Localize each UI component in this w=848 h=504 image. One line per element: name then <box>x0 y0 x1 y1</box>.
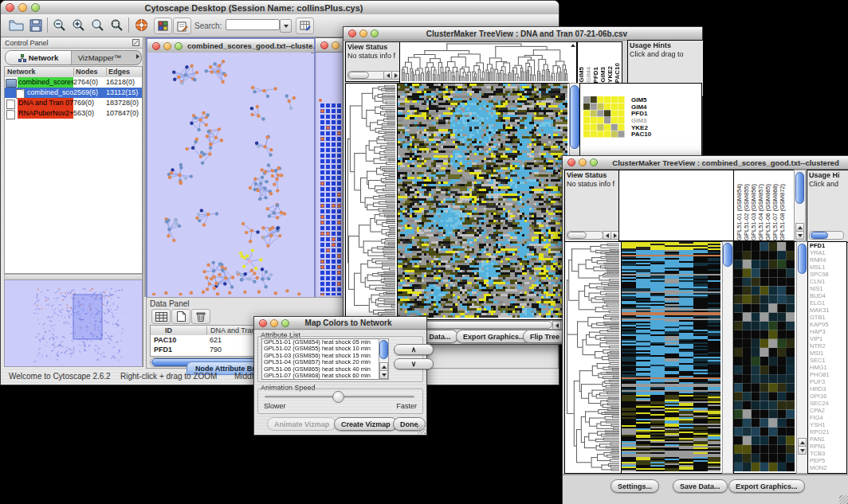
network-list-row[interactable]: RNAPuberNov2+563(0)107847(0) <box>5 108 142 119</box>
help-button[interactable] <box>132 18 150 33</box>
new-attribute-button[interactable] <box>171 309 190 324</box>
gene-label[interactable]: MSI1 <box>808 350 846 357</box>
table-import-button[interactable] <box>296 18 314 34</box>
vizmap-button[interactable] <box>154 18 172 34</box>
network-overview-canvas[interactable] <box>4 279 143 367</box>
tv2-zoom-vscroll[interactable] <box>796 241 808 474</box>
scroll-thumb[interactable] <box>348 72 369 79</box>
gene-label[interactable]: MSL1 <box>808 264 846 271</box>
column-label[interactable]: GIM5 <box>578 42 585 83</box>
tv1-zoom-matrix-canvas[interactable] <box>583 96 625 138</box>
tv2-labels-vscroll[interactable] <box>794 170 806 241</box>
animate-vizmap-button[interactable]: Animate Vizmap <box>267 417 336 431</box>
scroll-thumb[interactable] <box>415 321 552 329</box>
gene-label[interactable]: MON2 <box>808 464 846 471</box>
gene-label[interactable]: PAN1 <box>808 436 846 443</box>
column-label[interactable]: GPL51-01 (GSM854) <box>736 170 743 240</box>
column-label[interactable]: GPL51-07 (GSM868) <box>771 170 779 240</box>
scroll-thumb[interactable] <box>570 85 579 149</box>
tv1-heatmap[interactable] <box>397 83 570 320</box>
resize-grip[interactable] <box>417 425 426 434</box>
column-label[interactable]: GPL51-03 (GSM856) <box>750 170 757 240</box>
gene-label[interactable]: RNR4 <box>808 256 846 264</box>
gene-label[interactable]: YRA1 <box>808 249 846 256</box>
minimize-button[interactable] <box>163 42 171 50</box>
gene-label[interactable]: CPA2 <box>808 407 846 414</box>
tv2-heatmap-vscroll[interactable] <box>722 241 733 474</box>
move-down-button[interactable]: ∨ <box>394 358 434 369</box>
open-session-button[interactable] <box>7 18 25 33</box>
gene-label[interactable]: KAP95 <box>808 321 846 328</box>
close-button[interactable] <box>6 3 14 12</box>
gene-label[interactable]: SEC24 <box>808 400 846 407</box>
gene-label[interactable]: HMG1 <box>808 364 846 371</box>
gene-label[interactable]: CLN1 <box>808 278 846 285</box>
tv2-zoom-heatmap[interactable] <box>733 241 797 474</box>
gene-label[interactable]: HRD3 <box>808 385 846 393</box>
gene-label[interactable]: NTR2 <box>808 342 846 350</box>
gene-label[interactable]: NIS1 <box>808 285 846 292</box>
minimize-button[interactable] <box>270 319 278 327</box>
zoom-selected-button[interactable] <box>108 18 125 33</box>
close-button[interactable] <box>152 42 160 50</box>
treeview2-titlebar[interactable]: ClusterMaker TreeView : combined_scores_… <box>563 156 848 170</box>
dialog-titlebar[interactable]: Map Colors to Network <box>254 317 426 330</box>
col-nodes[interactable]: Nodes <box>73 68 98 76</box>
treeview1-titlebar[interactable]: ClusterMaker TreeView : DNA and Tran 07-… <box>344 27 702 41</box>
network-list-row[interactable]: combined_sco2569(6)13112(15) <box>5 88 142 98</box>
zoom-in-button[interactable] <box>69 18 87 33</box>
column-label[interactable]: GPL51-06 (GSM865) <box>764 170 771 240</box>
scroll-thumb[interactable] <box>567 232 587 239</box>
gene-label[interactable]: SEC1 <box>808 357 846 364</box>
settings-button[interactable]: Settings... <box>610 479 659 493</box>
scroll-thumb[interactable] <box>379 340 388 359</box>
tv2-row-dendrogram[interactable] <box>564 241 622 474</box>
scroll-thumb[interactable] <box>798 244 807 274</box>
gene-label[interactable]: PUF3 <box>808 378 846 385</box>
zoom-button[interactable] <box>590 158 598 166</box>
data-col-id[interactable]: ID <box>165 326 172 334</box>
gene-label[interactable]: PFD1 <box>808 242 846 249</box>
close-button[interactable] <box>259 319 267 327</box>
scroll-thumb[interactable] <box>723 243 732 267</box>
move-up-button[interactable]: ∧ <box>394 344 434 355</box>
table-mode-button[interactable] <box>151 309 171 324</box>
network-list-row[interactable]: DNA and Tran 07769(0)183728(0) <box>5 98 142 108</box>
float-panel-icon[interactable] <box>132 39 139 46</box>
gene-label[interactable]: PEP5 <box>808 457 846 464</box>
column-label[interactable]: PFD1 <box>592 42 599 83</box>
gene-label[interactable]: ELG1 <box>808 299 846 307</box>
minimize-button[interactable] <box>332 41 340 49</box>
search-input[interactable] <box>226 19 280 30</box>
create-vizmap-button[interactable]: Create Vizmap <box>334 417 398 431</box>
search-dropdown-button[interactable] <box>280 19 292 33</box>
gene-label[interactable]: VIP1 <box>808 335 846 342</box>
main-titlebar[interactable]: Cytoscape Desktop (Session Name: collins… <box>1 1 559 15</box>
gene-label[interactable]: YSH1 <box>808 421 846 428</box>
tv2-column-dendrogram[interactable] <box>618 170 734 241</box>
close-button[interactable] <box>567 158 575 166</box>
attribute-list-vscroll[interactable] <box>379 338 389 380</box>
tab-network[interactable]: Network <box>6 51 72 64</box>
zoom-button[interactable] <box>175 42 183 50</box>
scroll-down-button[interactable] <box>379 370 388 379</box>
network-list-row[interactable]: combined_scores2764(0)16218(0) <box>5 77 142 88</box>
scroll-down-button[interactable] <box>798 446 807 455</box>
tab-vizmapper[interactable]: VizMapper™ <box>71 51 128 64</box>
minimize-button[interactable] <box>359 29 367 37</box>
gene-label[interactable]: RPN1 <box>808 443 846 450</box>
tv2-heatmap[interactable] <box>621 241 723 474</box>
delete-attribute-button[interactable] <box>191 309 210 324</box>
gene-label[interactable]: SPC98 <box>808 271 846 278</box>
gene-label[interactable]: PHO81 <box>808 371 846 378</box>
resize-grip[interactable] <box>839 495 848 504</box>
speed-slider-thumb[interactable] <box>332 391 344 403</box>
gene-label[interactable]: FIG4 <box>808 414 846 421</box>
gene-label[interactable]: RPO21 <box>808 428 846 436</box>
save-data-button[interactable]: Save Data... <box>673 479 728 493</box>
column-label[interactable]: GPL51-02 (GSM855) <box>743 170 750 240</box>
zoom-button[interactable] <box>31 3 40 12</box>
export-graphics-button[interactable]: Export Graphics... <box>456 330 532 343</box>
column-label[interactable]: GIM3 <box>599 42 607 83</box>
scroll-down-button[interactable] <box>795 231 804 240</box>
